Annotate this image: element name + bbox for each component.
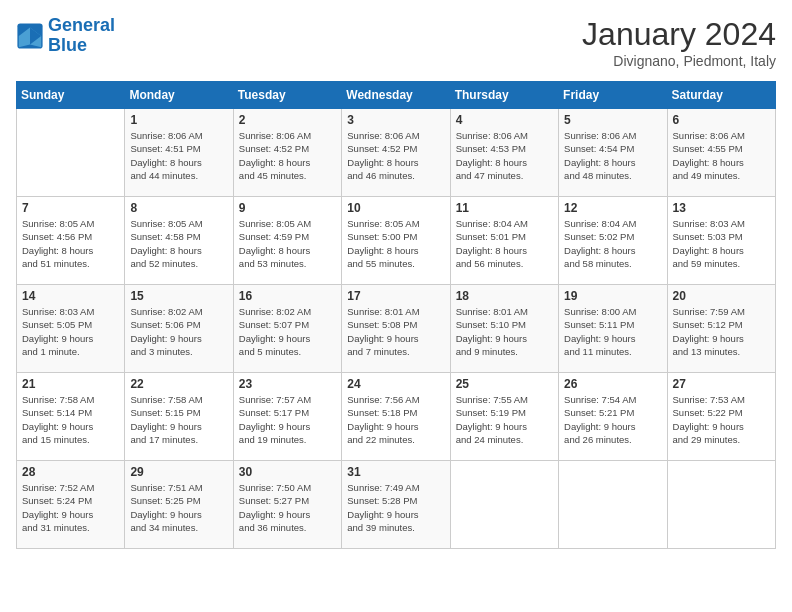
calendar-cell: 25Sunrise: 7:55 AMSunset: 5:19 PMDayligh… <box>450 373 558 461</box>
day-info: Sunrise: 7:57 AMSunset: 5:17 PMDaylight:… <box>239 393 336 446</box>
calendar-cell: 8Sunrise: 8:05 AMSunset: 4:58 PMDaylight… <box>125 197 233 285</box>
title-block: January 2024 Divignano, Piedmont, Italy <box>582 16 776 69</box>
calendar-cell: 30Sunrise: 7:50 AMSunset: 5:27 PMDayligh… <box>233 461 341 549</box>
day-info: Sunrise: 8:01 AMSunset: 5:10 PMDaylight:… <box>456 305 553 358</box>
calendar-cell: 12Sunrise: 8:04 AMSunset: 5:02 PMDayligh… <box>559 197 667 285</box>
day-info: Sunrise: 7:49 AMSunset: 5:28 PMDaylight:… <box>347 481 444 534</box>
day-number: 12 <box>564 201 661 215</box>
calendar-week-row: 21Sunrise: 7:58 AMSunset: 5:14 PMDayligh… <box>17 373 776 461</box>
day-number: 13 <box>673 201 770 215</box>
calendar-cell: 26Sunrise: 7:54 AMSunset: 5:21 PMDayligh… <box>559 373 667 461</box>
logo-blue: Blue <box>48 35 87 55</box>
weekday-header: Thursday <box>450 82 558 109</box>
day-number: 27 <box>673 377 770 391</box>
day-number: 24 <box>347 377 444 391</box>
month-title: January 2024 <box>582 16 776 53</box>
calendar-cell: 28Sunrise: 7:52 AMSunset: 5:24 PMDayligh… <box>17 461 125 549</box>
day-info: Sunrise: 7:58 AMSunset: 5:14 PMDaylight:… <box>22 393 119 446</box>
day-number: 23 <box>239 377 336 391</box>
day-number: 1 <box>130 113 227 127</box>
calendar-cell: 16Sunrise: 8:02 AMSunset: 5:07 PMDayligh… <box>233 285 341 373</box>
page-header: General Blue January 2024 Divignano, Pie… <box>16 16 776 69</box>
day-number: 22 <box>130 377 227 391</box>
calendar-cell: 21Sunrise: 7:58 AMSunset: 5:14 PMDayligh… <box>17 373 125 461</box>
day-info: Sunrise: 8:06 AMSunset: 4:52 PMDaylight:… <box>347 129 444 182</box>
calendar-cell: 22Sunrise: 7:58 AMSunset: 5:15 PMDayligh… <box>125 373 233 461</box>
calendar-cell: 18Sunrise: 8:01 AMSunset: 5:10 PMDayligh… <box>450 285 558 373</box>
calendar-cell: 27Sunrise: 7:53 AMSunset: 5:22 PMDayligh… <box>667 373 775 461</box>
day-number: 2 <box>239 113 336 127</box>
day-number: 29 <box>130 465 227 479</box>
calendar-week-row: 1Sunrise: 8:06 AMSunset: 4:51 PMDaylight… <box>17 109 776 197</box>
calendar-cell <box>17 109 125 197</box>
calendar-cell: 11Sunrise: 8:04 AMSunset: 5:01 PMDayligh… <box>450 197 558 285</box>
day-number: 10 <box>347 201 444 215</box>
day-info: Sunrise: 7:59 AMSunset: 5:12 PMDaylight:… <box>673 305 770 358</box>
day-number: 30 <box>239 465 336 479</box>
weekday-header: Tuesday <box>233 82 341 109</box>
calendar-week-row: 28Sunrise: 7:52 AMSunset: 5:24 PMDayligh… <box>17 461 776 549</box>
weekday-header: Sunday <box>17 82 125 109</box>
day-number: 17 <box>347 289 444 303</box>
day-info: Sunrise: 7:52 AMSunset: 5:24 PMDaylight:… <box>22 481 119 534</box>
day-number: 3 <box>347 113 444 127</box>
calendar-cell: 29Sunrise: 7:51 AMSunset: 5:25 PMDayligh… <box>125 461 233 549</box>
calendar-cell: 20Sunrise: 7:59 AMSunset: 5:12 PMDayligh… <box>667 285 775 373</box>
calendar-cell: 2Sunrise: 8:06 AMSunset: 4:52 PMDaylight… <box>233 109 341 197</box>
day-info: Sunrise: 8:06 AMSunset: 4:55 PMDaylight:… <box>673 129 770 182</box>
calendar-cell: 7Sunrise: 8:05 AMSunset: 4:56 PMDaylight… <box>17 197 125 285</box>
day-info: Sunrise: 7:50 AMSunset: 5:27 PMDaylight:… <box>239 481 336 534</box>
calendar-cell: 24Sunrise: 7:56 AMSunset: 5:18 PMDayligh… <box>342 373 450 461</box>
day-info: Sunrise: 8:01 AMSunset: 5:08 PMDaylight:… <box>347 305 444 358</box>
calendar-cell: 31Sunrise: 7:49 AMSunset: 5:28 PMDayligh… <box>342 461 450 549</box>
day-number: 14 <box>22 289 119 303</box>
weekday-header: Saturday <box>667 82 775 109</box>
calendar-cell: 3Sunrise: 8:06 AMSunset: 4:52 PMDaylight… <box>342 109 450 197</box>
day-number: 6 <box>673 113 770 127</box>
day-info: Sunrise: 8:06 AMSunset: 4:54 PMDaylight:… <box>564 129 661 182</box>
calendar-cell: 23Sunrise: 7:57 AMSunset: 5:17 PMDayligh… <box>233 373 341 461</box>
logo: General Blue <box>16 16 115 56</box>
day-number: 26 <box>564 377 661 391</box>
calendar-cell <box>559 461 667 549</box>
day-info: Sunrise: 8:06 AMSunset: 4:51 PMDaylight:… <box>130 129 227 182</box>
calendar-table: SundayMondayTuesdayWednesdayThursdayFrid… <box>16 81 776 549</box>
day-number: 20 <box>673 289 770 303</box>
day-number: 25 <box>456 377 553 391</box>
weekday-header: Monday <box>125 82 233 109</box>
calendar-cell: 6Sunrise: 8:06 AMSunset: 4:55 PMDaylight… <box>667 109 775 197</box>
day-number: 21 <box>22 377 119 391</box>
calendar-cell: 4Sunrise: 8:06 AMSunset: 4:53 PMDaylight… <box>450 109 558 197</box>
day-info: Sunrise: 8:00 AMSunset: 5:11 PMDaylight:… <box>564 305 661 358</box>
calendar-cell: 19Sunrise: 8:00 AMSunset: 5:11 PMDayligh… <box>559 285 667 373</box>
day-number: 5 <box>564 113 661 127</box>
day-info: Sunrise: 8:06 AMSunset: 4:52 PMDaylight:… <box>239 129 336 182</box>
day-info: Sunrise: 8:05 AMSunset: 4:59 PMDaylight:… <box>239 217 336 270</box>
day-info: Sunrise: 8:03 AMSunset: 5:03 PMDaylight:… <box>673 217 770 270</box>
day-info: Sunrise: 7:53 AMSunset: 5:22 PMDaylight:… <box>673 393 770 446</box>
location: Divignano, Piedmont, Italy <box>582 53 776 69</box>
calendar-cell: 10Sunrise: 8:05 AMSunset: 5:00 PMDayligh… <box>342 197 450 285</box>
day-number: 11 <box>456 201 553 215</box>
calendar-week-row: 14Sunrise: 8:03 AMSunset: 5:05 PMDayligh… <box>17 285 776 373</box>
day-info: Sunrise: 7:55 AMSunset: 5:19 PMDaylight:… <box>456 393 553 446</box>
calendar-cell <box>667 461 775 549</box>
day-info: Sunrise: 8:03 AMSunset: 5:05 PMDaylight:… <box>22 305 119 358</box>
weekday-header: Wednesday <box>342 82 450 109</box>
day-info: Sunrise: 7:51 AMSunset: 5:25 PMDaylight:… <box>130 481 227 534</box>
day-info: Sunrise: 8:02 AMSunset: 5:06 PMDaylight:… <box>130 305 227 358</box>
calendar-cell <box>450 461 558 549</box>
day-info: Sunrise: 8:05 AMSunset: 5:00 PMDaylight:… <box>347 217 444 270</box>
day-info: Sunrise: 8:04 AMSunset: 5:01 PMDaylight:… <box>456 217 553 270</box>
calendar-cell: 1Sunrise: 8:06 AMSunset: 4:51 PMDaylight… <box>125 109 233 197</box>
calendar-cell: 5Sunrise: 8:06 AMSunset: 4:54 PMDaylight… <box>559 109 667 197</box>
day-info: Sunrise: 8:05 AMSunset: 4:58 PMDaylight:… <box>130 217 227 270</box>
calendar-cell: 9Sunrise: 8:05 AMSunset: 4:59 PMDaylight… <box>233 197 341 285</box>
calendar-cell: 13Sunrise: 8:03 AMSunset: 5:03 PMDayligh… <box>667 197 775 285</box>
day-number: 9 <box>239 201 336 215</box>
day-info: Sunrise: 7:56 AMSunset: 5:18 PMDaylight:… <box>347 393 444 446</box>
calendar-cell: 14Sunrise: 8:03 AMSunset: 5:05 PMDayligh… <box>17 285 125 373</box>
day-number: 28 <box>22 465 119 479</box>
logo-icon <box>16 22 44 50</box>
day-number: 8 <box>130 201 227 215</box>
